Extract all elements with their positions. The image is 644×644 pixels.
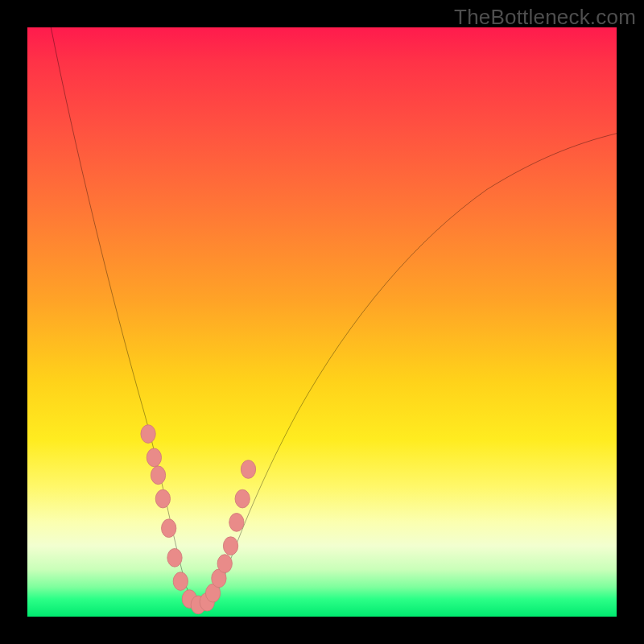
marker-dot <box>229 514 244 532</box>
marker-dot <box>155 489 170 508</box>
marker-dot <box>147 448 161 467</box>
marker-dot <box>217 555 232 573</box>
marker-dot <box>173 572 188 591</box>
marker-dot <box>241 460 255 479</box>
marker-dot <box>162 519 176 538</box>
chart-frame: TheBottleneck.com <box>0 0 644 644</box>
marker-dot <box>235 489 250 508</box>
marker-dot <box>167 548 182 567</box>
marker-dot <box>141 425 155 444</box>
marker-dot <box>151 466 165 485</box>
bottleneck-curve <box>51 27 617 605</box>
curve-layer <box>27 27 617 617</box>
watermark-text: TheBottleneck.com <box>454 5 636 30</box>
marker-group <box>141 425 256 614</box>
marker-dot <box>223 537 237 555</box>
plot-area <box>27 27 617 617</box>
